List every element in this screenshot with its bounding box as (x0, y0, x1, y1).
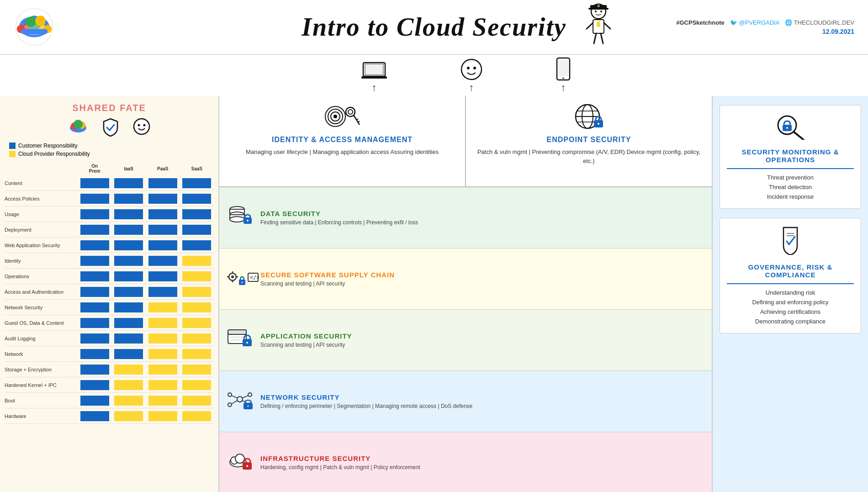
gov-item-1: Understanding risk (727, 288, 854, 297)
svg-line-84 (243, 396, 248, 398)
shared-fate-chart: Content Access Policies Usage Deployment… (5, 162, 214, 424)
network-security-title: NETWORK SECURITY (260, 393, 705, 401)
svg-point-26 (461, 59, 482, 79)
svg-line-19 (587, 23, 593, 29)
device-phone: ↑ (556, 57, 571, 94)
date: 12.09.2021 (822, 28, 854, 35)
header-title: Intro to Cloud Security (302, 12, 566, 42)
svg-point-80 (248, 393, 252, 397)
layer-network-security: NETWORK SECURITY Defining / enforcing pe… (219, 371, 712, 432)
endpoint-title: ENDPOINT SECURITY (475, 136, 703, 144)
chart-row-network-security (78, 300, 214, 315)
svg-point-93 (246, 465, 248, 467)
sm-item-3: Incident response (727, 192, 854, 201)
chart-row-audit-logging (78, 331, 214, 346)
endpoint-icon (475, 103, 703, 132)
data-security-title: DATA SECURITY (260, 210, 705, 217)
hashtag: #GCPSketchnote (676, 19, 724, 26)
svg-line-21 (594, 33, 596, 43)
svg-line-22 (601, 33, 603, 43)
col-saas: SaaS (180, 162, 214, 175)
svg-rect-13 (588, 8, 609, 10)
devices-section: ↑ ↑ ↑ (0, 55, 868, 96)
svg-rect-18 (597, 21, 600, 27)
chart-row-boot (78, 393, 214, 408)
data-security-icon (226, 206, 254, 230)
svg-point-16 (600, 11, 602, 12)
infra-security-title: INFRASTRUCTURE SECURITY (260, 455, 705, 462)
svg-point-15 (595, 11, 597, 12)
svg-point-38 (143, 124, 146, 127)
network-security-desc: Defining / enforcing perimeter | Segment… (260, 403, 705, 409)
header-mascot (580, 2, 617, 50)
chart-label-storage: Storage + Encryption (5, 362, 78, 377)
chart-label-hardware: Hardware (5, 408, 78, 424)
svg-rect-24 (365, 64, 383, 75)
svg-point-44 (348, 110, 353, 114)
svg-point-69 (242, 282, 243, 283)
legend-provider: Cloud Provider Responsibility (9, 151, 214, 157)
sm-item-2: Threat detection (727, 182, 854, 192)
data-security-desc: Finding sensitive data | Enforcing contr… (260, 219, 705, 226)
svg-point-88 (248, 406, 249, 407)
header: Intro to Cloud Security (0, 0, 868, 55)
network-security-content: NETWORK SECURITY Defining / enforcing pe… (260, 393, 705, 409)
body-section: SHARED FATE (0, 96, 868, 492)
chart-label-hardened-kernel: Hardened Kernel + IPC (5, 377, 78, 393)
chart-label-usage: Usage (5, 206, 78, 222)
svg-line-85 (232, 401, 237, 404)
legend-customer-label: Customer Responsibility (18, 143, 77, 149)
infra-security-desc: Hardening, config mgmt | Patch & vuln mg… (260, 464, 705, 471)
website: 🌐 THECLOUDGIRL.DEV (785, 19, 854, 26)
governance-title: GOVERNANCE, RISK & COMPLIANCE (727, 263, 854, 279)
header-logo (14, 6, 55, 48)
chart-row-network (78, 346, 214, 362)
top-two-sections: IDENTITY & ACCESS MANAGEMENT Managing us… (219, 96, 712, 187)
col-paas: PaaS (146, 162, 180, 175)
svg-point-31 (562, 77, 564, 79)
left-panel: SHARED FATE (0, 96, 219, 492)
chart-label-identity: Identity (5, 253, 78, 269)
legend-customer: Customer Responsibility (9, 143, 214, 149)
svg-rect-8 (21, 29, 48, 34)
social-links: #GCPSketchnote 🐦 @PVERGADIA 🌐 THECLOUDGI… (676, 19, 854, 26)
chart-labels: Content Access Policies Usage Deployment… (5, 162, 78, 424)
layer-data-security: DATA SECURITY Finding sensitive data | E… (219, 187, 712, 249)
chart-bars: OnPrem IaaS PaaS SaaS (78, 162, 214, 424)
sm-item-1: Threat prevention (727, 173, 854, 182)
iam-icon (228, 103, 456, 132)
chart-row-guest-os (78, 315, 214, 331)
svg-point-36 (134, 119, 149, 134)
security-monitoring-icon (727, 112, 854, 144)
device-laptop: ↑ (361, 61, 387, 94)
shared-fate-title: SHARED FATE (5, 103, 214, 113)
security-layers: DATA SECURITY Finding sensitive data | E… (219, 187, 712, 492)
chart-row-hardware (78, 408, 214, 424)
chart-label-access-auth: Access and Authentication (5, 284, 78, 300)
chart-label-boot: Boot (5, 393, 78, 408)
iam-section: IDENTITY & ACCESS MANAGEMENT Managing us… (219, 96, 466, 186)
svg-point-97 (786, 127, 788, 129)
google-cloud-logo (14, 6, 55, 48)
endpoint-description: Patch & vuln mgmt | Preventing compromis… (475, 148, 703, 165)
security-monitoring-section: SECURITY MONITORING & OPERATIONS Threat … (720, 105, 861, 209)
chart-label-deployment: Deployment (5, 222, 78, 238)
gov-item-3: Achieving certifications (727, 307, 854, 317)
chart-label-operations: Operations (5, 269, 78, 284)
svg-point-27 (467, 67, 470, 69)
gov-item-2: Defining and enforcing policy (727, 297, 854, 307)
legend-provider-box (9, 151, 16, 157)
network-security-icon (226, 389, 254, 413)
chart-row-deployment (78, 222, 214, 238)
svg-point-63 (231, 275, 234, 278)
chart-label-content: Content (5, 175, 78, 191)
chart-row-operations (78, 269, 214, 284)
layer-infra-security: INFRASTRUCTURE SECURITY Hardening, confi… (219, 432, 712, 492)
svg-point-28 (473, 67, 476, 69)
svg-point-79 (228, 393, 232, 397)
svg-line-95 (794, 132, 804, 140)
header-meta: #GCPSketchnote 🐦 @PVERGADIA 🌐 THECLOUDGI… (676, 19, 854, 35)
chart-row-identity (78, 253, 214, 269)
iam-description: Managing user lifecycle | Managing appli… (228, 148, 456, 157)
chart-label-audit-logging: Audit Logging (5, 331, 78, 346)
